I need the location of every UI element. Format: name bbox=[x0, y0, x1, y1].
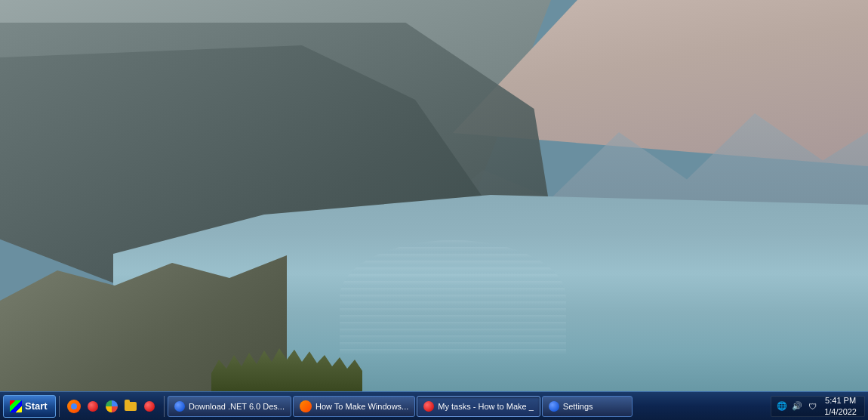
taskbar-clock[interactable]: 5:41 PM 1/4/2022 bbox=[821, 395, 860, 417]
task-buttons: Download .NET 6.0 Des... How To Make Win… bbox=[168, 396, 769, 417]
quicklaunch-vivaldi[interactable] bbox=[85, 398, 101, 415]
task-dotnet-label: Download .NET 6.0 Des... bbox=[189, 402, 285, 411]
taskbar-task-settings[interactable]: Settings bbox=[542, 396, 633, 417]
task-settings-label: Settings bbox=[563, 402, 593, 411]
divider-2 bbox=[164, 396, 165, 417]
start-label: Start bbox=[25, 400, 48, 412]
security-tray-icon[interactable]: 🛡 bbox=[806, 400, 818, 412]
quicklaunch-chrome[interactable] bbox=[103, 398, 120, 415]
windows-logo-icon bbox=[10, 400, 22, 412]
taskbar-task-mytasks[interactable]: My tasks - How to Make _ bbox=[417, 396, 540, 417]
settings-taskbar-icon bbox=[549, 401, 559, 412]
task-mytasks-label: My tasks - How to Make _ bbox=[438, 402, 534, 411]
quicklaunch-app[interactable] bbox=[141, 398, 158, 415]
system-tray: 🌐 🔊 🛡 5:41 PM 1/4/2022 bbox=[771, 396, 865, 417]
firefox-taskbar-icon bbox=[300, 400, 312, 412]
taskbar-task-howto-windows[interactable]: How To Make Windows... bbox=[293, 396, 415, 417]
quick-launch-bar bbox=[63, 398, 161, 415]
quicklaunch-firefox[interactable] bbox=[66, 398, 82, 415]
desktop bbox=[0, 0, 868, 391]
wallpaper-lake-reflection bbox=[340, 240, 566, 354]
network-tray-icon[interactable]: 🌐 bbox=[776, 400, 788, 412]
volume-tray-icon[interactable]: 🔊 bbox=[791, 400, 803, 412]
ie-taskbar-icon bbox=[174, 401, 185, 412]
start-button[interactable]: Start bbox=[3, 395, 56, 418]
quicklaunch-folder[interactable] bbox=[122, 398, 139, 415]
vivaldi-taskbar-icon bbox=[423, 401, 434, 412]
task-howto-label: How To Make Windows... bbox=[315, 402, 408, 411]
taskbar: Start Download .NET 6.0 Des... bbox=[0, 391, 868, 420]
clock-date: 1/4/2022 bbox=[824, 406, 857, 417]
taskbar-task-dotnet[interactable]: Download .NET 6.0 Des... bbox=[168, 396, 291, 417]
clock-time: 5:41 PM bbox=[824, 395, 857, 406]
divider-1 bbox=[59, 396, 60, 417]
